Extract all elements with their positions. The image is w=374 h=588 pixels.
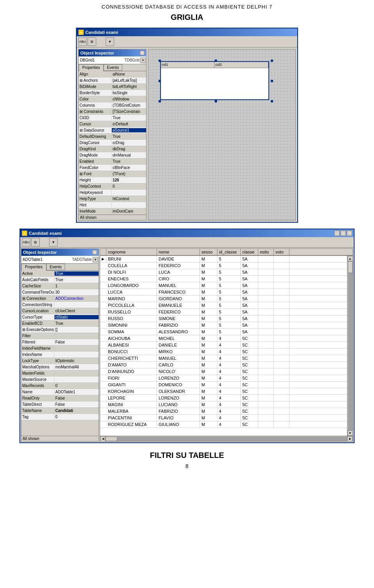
table-row[interactable]: CHIERICHETTIMANUELM45C — [100, 355, 347, 362]
prop-row[interactable]: FilteredFalse — [21, 339, 99, 345]
prop-row[interactable]: Filter — [21, 333, 99, 339]
table-row[interactable]: COLELLAFEDERICOM55A — [100, 262, 347, 269]
table-row[interactable]: GIGANTIDOMENICOM45C — [100, 382, 347, 388]
table-row[interactable]: BONUCCIMIRKOM45C — [100, 349, 347, 355]
prop-row[interactable]: TableNameCandidati — [21, 408, 99, 414]
table-row[interactable]: LONGOBARDOMANUELM55A — [100, 282, 347, 289]
table-row[interactable]: RODRIGUEZ MEZAGIULIANOM45C — [100, 421, 347, 428]
prop-row[interactable]: NameADOTable1 — [21, 389, 99, 395]
prop-row[interactable]: HelpTypehtContext — [79, 196, 146, 202]
prop-row[interactable]: Columns(TDBGridColum — [79, 102, 146, 109]
obj-tab-properties-1[interactable]: Properties — [79, 64, 104, 71]
prop-row[interactable]: DefaultDrawingTrue — [79, 134, 146, 140]
grid-vscrollbar[interactable]: ▲ ▼ — [347, 256, 353, 436]
scroll-thumb[interactable] — [348, 261, 353, 273]
prop-row[interactable]: ⊞ ExecuteOptions[] — [21, 327, 99, 333]
prop-row[interactable]: Hint — [79, 202, 146, 208]
prop-row[interactable]: CursorLocationclUseClient — [21, 308, 99, 314]
table-row[interactable]: ALBANESIDANIELEM45C — [100, 342, 347, 349]
obj-tab-properties-2[interactable]: Properties — [21, 264, 46, 271]
prop-row[interactable]: ConnectionString — [21, 302, 99, 308]
prop-row[interactable]: MaxRecords0 — [21, 383, 99, 389]
runtime-toolbar-btn-2[interactable]: ⊞ — [31, 238, 40, 246]
prop-row[interactable]: ReadOnlyFalse — [21, 395, 99, 401]
prop-row[interactable]: HelpContext0 — [79, 183, 146, 190]
obj-selector-arrow-2[interactable]: ▼ — [93, 257, 98, 262]
table-row[interactable]: SOMMAALESSANDROM55A — [100, 329, 347, 335]
prop-row[interactable]: ActiveTrue — [21, 271, 99, 277]
prop-row[interactable]: MasterFields — [21, 370, 99, 377]
runtime-toolbar-btn-1[interactable]: ABO — [22, 238, 30, 246]
toolbar-btn-1[interactable]: ABO — [78, 37, 87, 46]
table-row[interactable]: PIACENTINIFLAVIOM45C — [100, 415, 347, 421]
table-row[interactable]: D'AMATOCARLOM45C — [100, 362, 347, 368]
prop-row[interactable]: FixedColorclBtnFace — [79, 165, 146, 171]
hscroll-right-btn[interactable]: ▶ — [347, 436, 353, 442]
table-row[interactable]: AICHOUBAMICHELM45C — [100, 335, 347, 342]
table-row[interactable]: FIORILORENZOM45C — [100, 375, 347, 382]
prop-row[interactable]: DragCursorcrDrag — [79, 140, 146, 146]
prop-row[interactable]: ⊞ DataSourceaSource1 — [79, 127, 146, 134]
table-row[interactable]: RUSSOSIMONEM55A — [100, 315, 347, 322]
obj-selector-2[interactable]: ADOTable1 TADOTable ▼ — [21, 256, 99, 264]
prop-row[interactable]: CommandTimeOut30 — [21, 289, 99, 296]
prop-row[interactable]: ⊞ Constraints[TSizeConstrain — [79, 109, 146, 115]
prop-row[interactable]: BiDiModebdLeftToRight — [79, 84, 146, 90]
prop-row[interactable]: CacheSize1 — [21, 283, 99, 289]
obj-inspector-1-close[interactable]: × — [140, 51, 145, 55]
obj-selector-1[interactable]: DBGrid1 TDBGrid ▼ — [79, 56, 146, 64]
prop-row[interactable]: MasterSource — [21, 377, 99, 383]
prop-row[interactable]: ⊞ Font(TFont) — [79, 171, 146, 177]
scroll-up-btn[interactable]: ▲ — [348, 256, 353, 261]
prop-row[interactable]: ⊞ Anchors[akLeft,akTop] — [79, 77, 146, 84]
grid-hscrollbar[interactable]: ◀ ▶ — [100, 436, 353, 441]
table-row[interactable]: RUSSELLOFEDERICOM55A — [100, 309, 347, 315]
obj-tab-events-1[interactable]: Events — [104, 64, 123, 71]
prop-row[interactable]: CursorcrDefault — [79, 121, 146, 127]
prop-row[interactable]: ImeModeimDontCare — [79, 208, 146, 215]
scroll-down-btn[interactable]: ▼ — [348, 430, 353, 436]
prop-row[interactable]: IndexFieldName — [21, 345, 99, 352]
table-row[interactable]: ENECHESCIROM55A — [100, 276, 347, 282]
prop-row[interactable]: DragModedmManual — [79, 152, 146, 158]
obj-selector-arrow-1[interactable]: ▼ — [140, 58, 146, 63]
hscroll-thumb[interactable] — [106, 437, 117, 441]
table-row[interactable]: PICCOLELLAEMANUELEM55A — [100, 302, 347, 309]
prop-row[interactable]: MarshalOptionsmoMarshalAll — [21, 364, 99, 370]
hscroll-left-btn[interactable]: ◀ — [100, 436, 106, 442]
design-canvas[interactable]: col1 col2 — [148, 49, 296, 220]
table-row[interactable]: D'ANNUNZIONICOLO'M45C — [100, 368, 347, 375]
prop-row[interactable]: Tag0 — [21, 414, 99, 420]
runtime-toolbar-btn-3[interactable]: ▼ — [49, 238, 58, 246]
prop-row[interactable]: AlignalNone — [79, 71, 146, 77]
toolbar-btn-2[interactable]: ⊞ — [88, 37, 96, 46]
table-row[interactable]: MARINOGIORDANOM55A — [100, 296, 347, 302]
prop-row[interactable]: Ctl3DTrue — [79, 115, 146, 121]
toolbar-btn-3[interactable]: ▼ — [106, 37, 114, 46]
table-row[interactable]: DI NOLFILUCAM55A — [100, 269, 347, 276]
minimize-btn[interactable]: _ — [334, 231, 340, 236]
table-row[interactable]: LUCCAFRANCESCOM55A — [100, 289, 347, 296]
table-row[interactable]: MAGINILUCIANOM45C — [100, 401, 347, 408]
close-btn[interactable]: × — [347, 231, 352, 236]
prop-row[interactable]: BorderStylebsSingle — [79, 90, 146, 96]
prop-row[interactable]: ColorclWindow — [79, 96, 146, 102]
obj-tab-events-2[interactable]: Events — [46, 264, 65, 270]
maximize-btn[interactable]: □ — [340, 231, 346, 236]
obj-inspector-2-close[interactable]: × — [92, 250, 97, 255]
prop-row[interactable]: DragKinddkDrag — [79, 146, 146, 152]
table-row[interactable]: LEPORELORENZOM45C — [100, 395, 347, 401]
table-row[interactable]: SIMONINIFABRIZIOM55A — [100, 322, 347, 329]
table-row[interactable]: ▶BRUNIDAVIDEM55A — [100, 256, 347, 262]
prop-row[interactable]: Height120 — [79, 177, 146, 183]
prop-row[interactable]: EnableBCDTrue — [21, 320, 99, 327]
prop-row[interactable]: HelpKeyword — [79, 190, 146, 196]
prop-row[interactable]: CursorTypectStatic — [21, 314, 99, 320]
table-row[interactable]: MALERBAFABRIZIOM45C — [100, 408, 347, 415]
prop-row[interactable]: LockTypeltOptimistic — [21, 358, 99, 364]
prop-row[interactable]: IndexName — [21, 352, 99, 358]
table-row[interactable]: KORCHAGINOLEKSANDRM45C — [100, 388, 347, 395]
prop-row[interactable]: ⊞ ConnectionADOConnection — [21, 296, 99, 302]
prop-row[interactable]: TableDirectFalse — [21, 401, 99, 408]
prop-row[interactable]: AutoCalcFieldsTrue — [21, 277, 99, 283]
